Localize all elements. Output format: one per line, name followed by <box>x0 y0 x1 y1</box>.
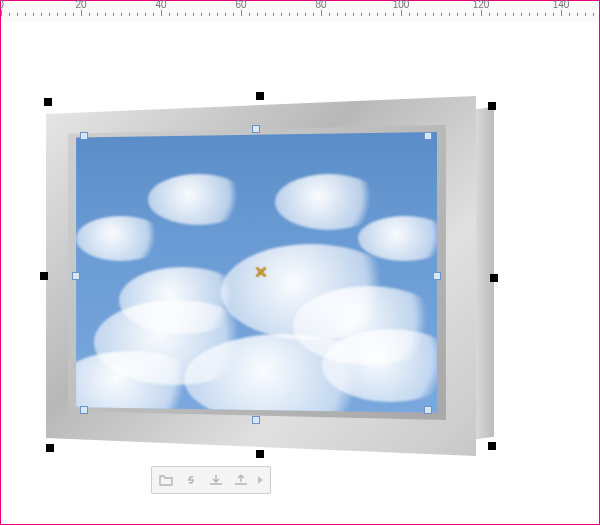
selection-handle-ml[interactable] <box>40 272 48 280</box>
ruler-tick <box>217 13 218 16</box>
ruler-tick <box>529 13 530 16</box>
ruler-tick <box>561 10 562 16</box>
ruler-tick <box>1 10 2 16</box>
ruler-tick <box>353 13 354 16</box>
ruler-tick <box>137 13 138 16</box>
node-mr[interactable] <box>433 272 441 280</box>
ruler-tick <box>505 13 506 16</box>
ruler-tick <box>65 13 66 16</box>
ruler-tick <box>241 10 242 16</box>
ruler-tick <box>209 13 210 16</box>
ruler-tick <box>169 13 170 16</box>
floating-toolbar[interactable] <box>151 466 271 494</box>
selected-object[interactable] <box>46 96 476 456</box>
ruler-tick <box>289 13 290 16</box>
selection-handle-tr[interactable] <box>488 102 496 110</box>
ruler-tick <box>121 13 122 16</box>
cloud-shape <box>148 174 249 225</box>
cloud-shape <box>76 216 166 261</box>
ruler-tick <box>513 13 514 16</box>
selection-handle-mr[interactable] <box>490 274 498 282</box>
node-bl[interactable] <box>80 406 88 414</box>
ruler-tick <box>41 13 42 16</box>
ruler-label: 100 <box>393 0 410 10</box>
ruler-tick <box>449 13 450 16</box>
toolbar-export-icon[interactable] <box>229 469 253 491</box>
ruler-tick <box>49 13 50 16</box>
ruler-tick <box>481 10 482 16</box>
ruler-tick <box>473 13 474 16</box>
ruler-tick <box>457 13 458 16</box>
ruler-label: 60 <box>235 0 246 10</box>
ruler-tick <box>265 13 266 16</box>
ruler-tick <box>417 13 418 16</box>
ruler-tick <box>585 13 586 16</box>
selection-handle-tl[interactable] <box>44 98 52 106</box>
toolbar-link-icon[interactable] <box>179 469 203 491</box>
ruler-tick <box>329 13 330 16</box>
toolbar-open-icon[interactable] <box>154 469 178 491</box>
ruler-tick <box>369 13 370 16</box>
ruler-label: 20 <box>75 0 86 10</box>
node-tr[interactable] <box>424 132 432 140</box>
ruler-label: 40 <box>155 0 166 10</box>
ruler-tick <box>177 13 178 16</box>
ruler-tick <box>385 13 386 16</box>
ruler-tick <box>81 10 82 16</box>
ruler-tick <box>409 13 410 16</box>
ruler-tick <box>9 13 10 16</box>
ruler-tick <box>553 13 554 16</box>
ruler-tick <box>97 13 98 16</box>
ruler-tick <box>73 13 74 16</box>
ruler-tick <box>313 13 314 16</box>
ruler-label: 0 <box>0 0 4 10</box>
ruler-label: 120 <box>473 0 490 10</box>
ruler-tick <box>433 13 434 16</box>
ruler-tick <box>161 10 162 16</box>
ruler-tick <box>425 13 426 16</box>
ruler-tick <box>233 13 234 16</box>
node-tm[interactable] <box>252 125 260 133</box>
selection-handle-br[interactable] <box>488 442 496 450</box>
ruler-tick <box>361 13 362 16</box>
selection-handle-tm[interactable] <box>256 92 264 100</box>
ruler-tick <box>537 13 538 16</box>
ruler-tick <box>33 13 34 16</box>
ruler-tick <box>545 13 546 16</box>
ruler-tick <box>321 10 322 16</box>
node-br[interactable] <box>424 406 432 414</box>
toolbar-import-icon[interactable] <box>204 469 228 491</box>
horizontal-ruler[interactable]: 020406080100120140 <box>1 1 599 22</box>
ruler-tick <box>113 13 114 16</box>
ruler-tick <box>57 13 58 16</box>
ruler-tick <box>249 13 250 16</box>
ruler-tick <box>297 13 298 16</box>
ruler-tick <box>201 13 202 16</box>
ruler-label: 140 <box>553 0 570 10</box>
node-tl[interactable] <box>80 132 88 140</box>
ruler-tick <box>257 13 258 16</box>
ruler-label: 80 <box>315 0 326 10</box>
ruler-tick <box>489 13 490 16</box>
canvas-area[interactable] <box>1 21 599 524</box>
ruler-tick <box>25 13 26 16</box>
ruler-tick <box>185 13 186 16</box>
ruler-tick <box>145 13 146 16</box>
selection-handle-bl[interactable] <box>46 444 54 452</box>
ruler-tick <box>281 13 282 16</box>
toolbar-expand-arrow[interactable] <box>254 475 268 485</box>
ruler-tick <box>377 13 378 16</box>
ruler-tick <box>337 13 338 16</box>
ruler-tick <box>153 13 154 16</box>
ruler-tick <box>129 13 130 16</box>
ruler-tick <box>105 13 106 16</box>
ruler-tick <box>89 13 90 16</box>
object-center-marker[interactable] <box>255 266 267 278</box>
ruler-tick <box>193 13 194 16</box>
node-bm[interactable] <box>252 416 260 424</box>
ruler-tick <box>17 13 18 16</box>
selection-handle-bm[interactable] <box>256 450 264 458</box>
ruler-tick <box>569 13 570 16</box>
node-ml[interactable] <box>72 272 80 280</box>
ruler-tick <box>273 13 274 16</box>
